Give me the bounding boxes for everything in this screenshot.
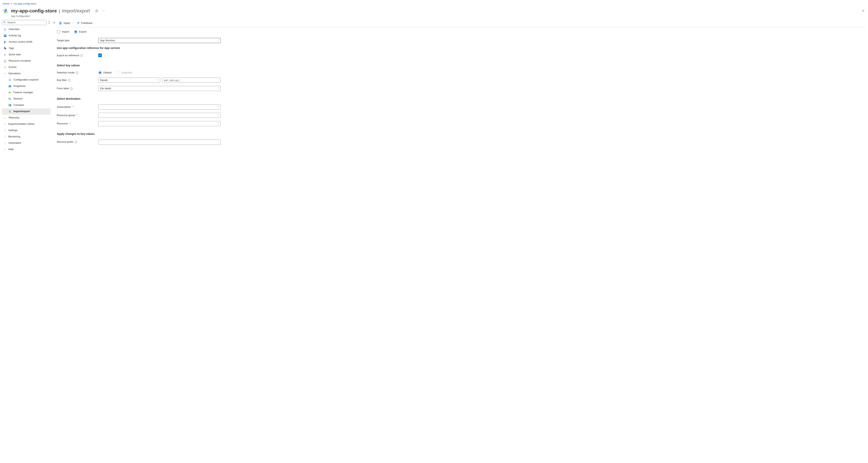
config-explorer-icon — [8, 78, 11, 82]
resource-select[interactable] — [98, 121, 221, 126]
page-subtitle: App Configuration — [11, 15, 90, 18]
sidebar-item-compare[interactable]: Compare — [2, 102, 51, 108]
export-reference-checkbox[interactable] — [98, 54, 102, 57]
svg-point-12 — [5, 54, 6, 55]
svg-point-11 — [4, 48, 5, 48]
subscription-select[interactable] — [98, 105, 221, 110]
events-icon — [4, 66, 7, 69]
sidebar-item-quick-start[interactable]: Quick start — [2, 52, 51, 58]
sidebar-group-help[interactable]: Help — [2, 146, 51, 153]
key-filter-select[interactable]: Equals — [98, 78, 160, 83]
svg-rect-29 — [60, 22, 61, 23]
key-filter-label: Key filter — [57, 78, 96, 82]
store-name: my-app-config-store — [11, 7, 57, 14]
sidebar-item-resource-visualizer[interactable]: Resource visualizer — [2, 58, 51, 64]
svg-rect-27 — [9, 104, 10, 106]
sidebar-item-activity-log[interactable]: Activity log — [2, 33, 51, 39]
from-label-select[interactable]: (No label) — [98, 86, 221, 91]
breadcrumb-home[interactable]: Home — [3, 2, 10, 5]
export-reference-label: Export as reference — [57, 54, 96, 57]
sidebar-group-telemetry[interactable]: Telemetry — [2, 115, 51, 121]
sidebar-item-restore[interactable]: Restore — [2, 96, 51, 102]
radio-snapshot-label: Snapshot — [121, 71, 132, 75]
star-icon — [95, 9, 98, 12]
select-value: Equals — [100, 78, 108, 82]
breadcrumb-store[interactable]: my-app-config-store — [13, 2, 36, 5]
sidebar-item-events[interactable]: Events — [2, 64, 51, 70]
info-icon[interactable] — [70, 87, 72, 90]
toolbar-divider — [73, 21, 73, 25]
chevron-double-left-icon — [53, 21, 56, 24]
chevron-right-icon — [4, 136, 6, 138]
chevron-right-icon — [4, 123, 6, 125]
remove-prefix-input[interactable] — [98, 140, 221, 145]
svg-rect-17 — [10, 79, 11, 79]
sidebar-search-input[interactable] — [2, 20, 46, 25]
sidebar-item-overview[interactable]: Overview — [2, 26, 51, 33]
pin-button[interactable] — [95, 9, 99, 12]
svg-rect-28 — [10, 104, 11, 106]
svg-point-23 — [9, 86, 10, 87]
info-icon[interactable] — [76, 71, 78, 74]
radio-selection-default[interactable]: Default — [98, 71, 112, 75]
more-button[interactable] — [101, 9, 105, 12]
sidebar-group-label: Telemetry — [8, 116, 19, 119]
radio-icon — [57, 30, 60, 34]
label-text: From label — [57, 87, 69, 90]
sidebar-nav: Overview Activity log Access control (IA… — [2, 26, 51, 153]
svg-point-9 — [4, 41, 5, 42]
sidebar-group-operations[interactable]: Operations — [2, 70, 51, 77]
radio-export[interactable]: Export — [74, 30, 87, 34]
svg-point-26 — [10, 92, 11, 93]
sidebar-item-import-export[interactable]: Import/export — [2, 108, 51, 115]
target-type-select[interactable]: App Services — [98, 38, 221, 43]
sidebar-item-iam[interactable]: Access control (IAM) — [2, 39, 51, 45]
key-filter-input[interactable] — [162, 78, 221, 83]
chevron-down-icon — [217, 87, 219, 90]
label-text: Key filter — [57, 78, 67, 82]
breadcrumb: Home > my-app-config-store — [0, 0, 868, 6]
sidebar-item-configuration-explorer[interactable]: Configuration explorer — [2, 77, 51, 83]
sidebar-item-feature-manager[interactable]: Feature manager — [2, 89, 51, 96]
radio-default-label: Default — [103, 71, 112, 75]
page-title: my-app-config-store | Import/export — [11, 7, 90, 14]
page-name: Import/export — [62, 7, 90, 14]
chevron-down-icon — [217, 39, 219, 42]
svg-point-0 — [102, 10, 102, 11]
sidebar-label: Import/export — [13, 110, 30, 113]
close-button[interactable] — [861, 9, 865, 12]
more-icon — [102, 9, 105, 12]
resource-group-select[interactable] — [98, 113, 221, 118]
import-export-icon — [3, 8, 8, 14]
sidebar-group-settings[interactable]: Settings — [2, 127, 51, 134]
label-text: Resource group — [57, 114, 75, 117]
sidebar-group-label: Operations — [8, 72, 21, 75]
sidebar-label: Tags — [9, 47, 14, 50]
svg-point-32 — [79, 22, 79, 23]
section-select-key-values: Select key-values — [57, 64, 221, 67]
feedback-button[interactable]: Feedback — [74, 20, 94, 26]
chevron-right-icon — [4, 117, 6, 119]
svg-point-10 — [5, 41, 6, 42]
sidebar-label: Configuration explorer — [13, 78, 39, 82]
activity-icon — [4, 34, 7, 37]
radio-import[interactable]: Import — [57, 30, 69, 34]
radio-export-label: Export — [79, 30, 87, 34]
section-reference: Use app configuration reference for App … — [57, 46, 221, 50]
collapse-sidebar-button[interactable] — [52, 21, 56, 24]
sidebar-group-label: Settings — [8, 128, 18, 132]
sidebar-group-automation[interactable]: Automation — [2, 140, 51, 146]
sidebar-group-experimentation[interactable]: Experimentation (New) — [2, 121, 51, 127]
sidebar-label: Quick start — [9, 53, 21, 56]
sidebar-group-monitoring[interactable]: Monitoring — [2, 134, 51, 140]
sidebar-item-tags[interactable]: Tags — [2, 45, 51, 52]
sort-button[interactable] — [48, 21, 51, 24]
selection-mode-label: Selection mode — [57, 71, 96, 75]
info-icon[interactable] — [74, 141, 77, 143]
mode-radio-row: Import Export — [57, 30, 866, 34]
apply-button[interactable]: Apply — [57, 20, 72, 26]
info-icon[interactable] — [68, 79, 71, 82]
svg-rect-30 — [60, 23, 61, 24]
info-icon[interactable] — [80, 54, 83, 57]
sidebar-item-snapshots[interactable]: Snapshots — [2, 83, 51, 89]
